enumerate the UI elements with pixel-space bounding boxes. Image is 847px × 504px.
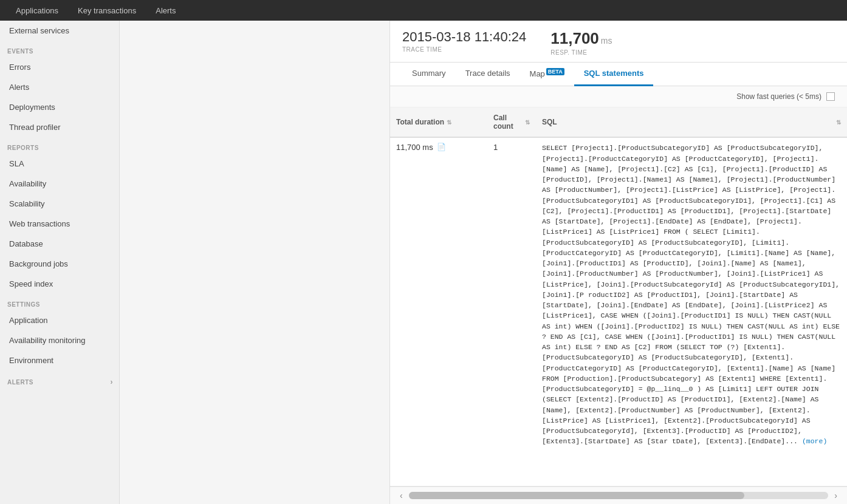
duration-value: 11,700 ms xyxy=(396,143,433,152)
sidebar-item-errors[interactable]: Errors xyxy=(0,57,119,77)
top-nav: Applications Key transactions Alerts xyxy=(0,0,847,21)
nav-applications[interactable]: Applications xyxy=(6,0,68,21)
th-sql: SQL ⇅ xyxy=(536,111,847,133)
sidebar-item-speed-index[interactable]: Speed index xyxy=(0,274,119,294)
db-icon: 📄 xyxy=(437,143,446,151)
sidebar-item-environment[interactable]: Environment xyxy=(0,350,119,370)
resp-time-label: RESP. TIME xyxy=(550,49,612,56)
sql-more-link[interactable]: (more) xyxy=(802,437,827,445)
tabs-bar: Summary Trace details MapBETA SQL statem… xyxy=(390,63,847,86)
sidebar-item-availability[interactable]: Availability xyxy=(0,174,119,194)
sql-text: SELECT [Project1].[ProductSubcategoryID]… xyxy=(542,144,840,445)
tab-trace-details[interactable]: Trace details xyxy=(456,63,520,86)
th-call-count[interactable]: Call count ⇅ xyxy=(487,111,536,133)
trace-header: 2015-03-18 11:40:24 TRACE TIME 11,700ms … xyxy=(390,21,847,63)
call-count-value: 1 xyxy=(493,143,498,152)
beta-badge: BETA xyxy=(546,68,564,75)
scrollbar-area: ‹ › xyxy=(390,486,847,504)
sidebar-item-availability-monitoring[interactable]: Availability monitoring xyxy=(0,330,119,350)
left-panel xyxy=(120,21,390,504)
sidebar-section-settings: SETTINGS xyxy=(0,294,119,310)
show-fast-label: Show fast queries (< 5ms) xyxy=(736,92,821,101)
sidebar-item-web-transactions[interactable]: Web transactions xyxy=(0,214,119,234)
right-panel: 2015-03-18 11:40:24 TRACE TIME 11,700ms … xyxy=(390,21,847,504)
th-total-duration[interactable]: Total duration ⇅ xyxy=(390,111,487,133)
content-row: 2015-03-18 11:40:24 TRACE TIME 11,700ms … xyxy=(120,21,847,504)
sidebar: External services EVENTS Errors Alerts D… xyxy=(0,21,120,504)
sidebar-section-alerts: ALERTS › xyxy=(0,370,119,389)
tab-summary[interactable]: Summary xyxy=(402,63,456,86)
sql-content: 11,700 ms 📄 1 SELECT [Project1].[Product… xyxy=(390,138,847,486)
trace-time-label: TRACE TIME xyxy=(402,46,526,53)
sidebar-section-reports: REPORTS xyxy=(0,137,119,154)
resp-time-block: 11,700ms RESP. TIME xyxy=(550,29,612,56)
duration-cell: 11,700 ms 📄 xyxy=(390,138,487,486)
sidebar-item-application[interactable]: Application xyxy=(0,310,119,330)
sidebar-item-external-services[interactable]: External services xyxy=(0,21,119,41)
main-layout: External services EVENTS Errors Alerts D… xyxy=(0,21,847,504)
sidebar-item-thread-profiler[interactable]: Thread profiler xyxy=(0,117,119,137)
sidebar-item-deployments[interactable]: Deployments xyxy=(0,97,119,117)
sort-sql-icon: ⇅ xyxy=(836,119,841,126)
sidebar-item-background-jobs[interactable]: Background jobs xyxy=(0,254,119,274)
alerts-expand-icon[interactable]: › xyxy=(111,378,114,386)
nav-key-transactions[interactable]: Key transactions xyxy=(68,0,146,21)
scroll-thumb xyxy=(409,492,745,499)
table-row: 11,700 ms 📄 1 SELECT [Project1].[Product… xyxy=(390,138,847,486)
sidebar-item-alerts[interactable]: Alerts xyxy=(0,77,119,97)
trace-time-value: 2015-03-18 11:40:24 xyxy=(402,29,526,45)
sidebar-item-sla[interactable]: SLA xyxy=(0,154,119,174)
sql-text-cell: SELECT [Project1].[ProductSubcategoryID]… xyxy=(536,138,847,486)
sort-duration-icon: ⇅ xyxy=(447,119,451,126)
show-fast-queries-checkbox[interactable] xyxy=(826,92,835,101)
nav-alerts[interactable]: Alerts xyxy=(146,0,185,21)
call-count-cell: 1 xyxy=(487,138,536,486)
resp-time-unit: ms xyxy=(601,36,612,46)
scroll-track[interactable] xyxy=(409,492,829,499)
tab-map[interactable]: MapBETA xyxy=(520,63,574,86)
sort-callcount-icon: ⇅ xyxy=(525,119,530,126)
sidebar-section-events: EVENTS xyxy=(0,41,119,57)
resp-time-value: 11,700 xyxy=(550,29,599,47)
scroll-right-arrow[interactable]: › xyxy=(831,489,841,502)
filter-bar: Show fast queries (< 5ms) xyxy=(390,86,847,107)
tab-sql-statements[interactable]: SQL statements xyxy=(574,63,654,86)
sidebar-item-scalability[interactable]: Scalability xyxy=(0,194,119,214)
sql-table-header: Total duration ⇅ Call count ⇅ SQL ⇅ xyxy=(390,107,847,138)
scroll-left-arrow[interactable]: ‹ xyxy=(396,489,406,502)
trace-time-block: 2015-03-18 11:40:24 TRACE TIME xyxy=(402,29,526,53)
sidebar-item-database[interactable]: Database xyxy=(0,234,119,254)
